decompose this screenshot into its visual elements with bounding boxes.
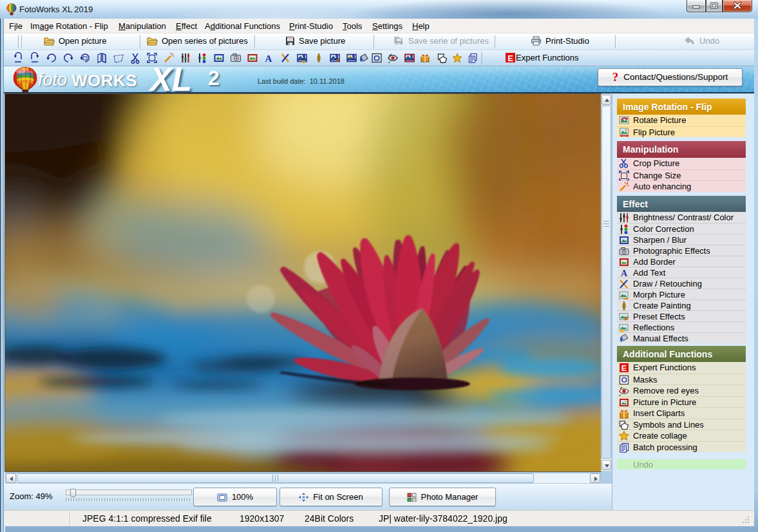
svg-text:A: A [621, 269, 628, 278]
svg-text:E: E [621, 364, 627, 373]
svg-text:A: A [265, 53, 272, 64]
svg-text:E: E [507, 53, 513, 63]
